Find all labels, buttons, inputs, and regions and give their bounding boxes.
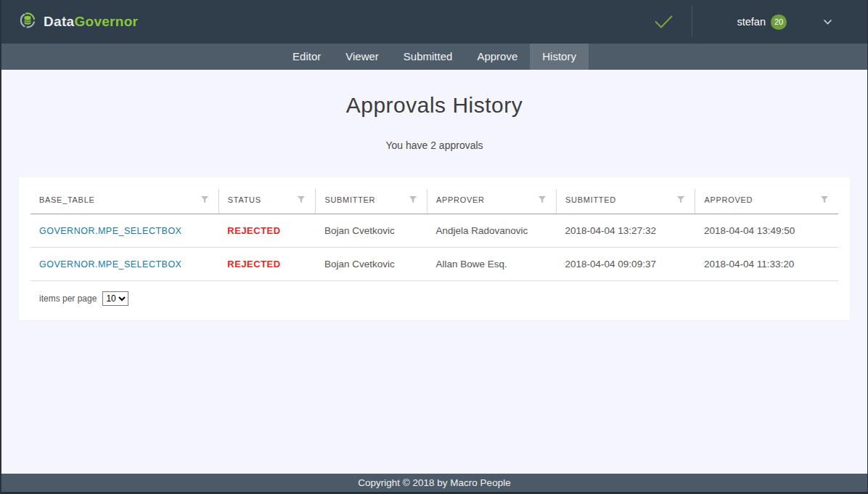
header-right: stefan 20 [652,6,833,38]
cell-submitter: Bojan Cvetkovic [316,214,427,248]
tab-viewer[interactable]: Viewer [333,44,391,70]
column-header-status: STATUS [218,189,316,214]
cell-status: REJECTED [218,214,316,248]
column-label: SUBMITTER [324,195,375,204]
cell-submitter: Bojan Cvetkovic [316,248,427,281]
page-title: Approvals History [1,93,867,118]
database-logo-icon [19,12,36,32]
filter-icon[interactable] [408,195,418,205]
approvals-table: BASE_TABLE STATUS SUBM [30,189,838,281]
cell-approver: Allan Bowe Esq. [427,248,556,281]
filter-icon[interactable] [676,195,686,205]
filter-icon[interactable] [296,195,306,205]
cell-approved: 2018-04-04 11:33:20 [695,248,838,281]
page: DataGovernor stefan 20 Editor Viewer Su [0,0,868,494]
status-badge: REJECTED [227,259,280,270]
pagination-bar: items per page 10 [30,281,838,306]
cell-approved: 2018-04-04 13:49:50 [695,214,838,248]
tab-approve[interactable]: Approve [464,44,530,70]
tab-submitted[interactable]: Submitted [391,44,465,70]
app-footer: Copyright © 2018 by Macro People [1,474,867,494]
column-header-submitter: SUBMITTER [316,189,427,214]
column-label: APPROVED [704,195,753,204]
cell-approver: Andjela Radovanovic [427,214,556,248]
base-table-link[interactable]: GOVERNOR.MPE_SELECTBOX [39,259,181,270]
approvals-check-icon[interactable] [652,14,674,30]
main-content: Approvals History You have 2 approvals B… [1,70,867,474]
cell-submitted: 2018-04-04 09:09:37 [557,248,695,281]
logo-text: DataGovernor [44,14,138,30]
cell-status: REJECTED [218,248,316,281]
tab-history[interactable]: History [530,44,589,70]
column-header-approver: APPROVER [427,189,556,214]
column-label: BASE_TABLE [39,195,95,204]
cell-base-table: GOVERNOR.MPE_SELECTBOX [30,248,218,281]
page-subtitle: You have 2 approvals [1,139,867,151]
column-header-submitted: SUBMITTED [557,189,695,214]
status-badge: REJECTED [227,225,280,236]
filter-icon[interactable] [819,195,830,205]
column-label: APPROVER [436,195,485,204]
items-per-page-label: items per page [39,293,97,304]
table-row: GOVERNOR.MPE_SELECTBOX REJECTED Bojan Cv… [30,248,838,281]
filter-icon[interactable] [537,195,547,205]
column-header-approved: APPROVED [695,189,838,214]
tab-editor[interactable]: Editor [280,44,333,70]
column-header-base-table: BASE_TABLE [30,189,218,214]
app-header: DataGovernor stefan 20 [1,0,867,44]
logo-text-secondary: Governor [74,14,138,29]
nav-bar: Editor Viewer Submitted Approve History [1,44,867,70]
items-per-page-select[interactable]: 10 [102,291,128,306]
logo[interactable]: DataGovernor [19,12,138,32]
cell-submitted: 2018-04-04 13:27:32 [557,214,695,248]
logo-text-primary: Data [44,14,74,29]
user-count-badge: 20 [771,15,787,30]
approvals-table-card: BASE_TABLE STATUS SUBM [19,177,850,320]
filter-icon[interactable] [200,195,210,205]
column-label: STATUS [228,195,261,204]
table-row: GOVERNOR.MPE_SELECTBOX REJECTED Bojan Cv… [30,214,838,248]
base-table-link[interactable]: GOVERNOR.MPE_SELECTBOX [39,226,181,236]
column-label: SUBMITTED [565,195,616,204]
table-header-row: BASE_TABLE STATUS SUBM [30,189,838,214]
header-divider [692,6,692,38]
cell-base-table: GOVERNOR.MPE_SELECTBOX [30,214,218,248]
username: stefan [737,16,766,28]
user-menu[interactable]: stefan 20 [737,15,787,30]
user-menu-chevron-down-icon[interactable] [823,19,832,25]
copyright-text: Copyright © 2018 by Macro People [358,477,510,488]
